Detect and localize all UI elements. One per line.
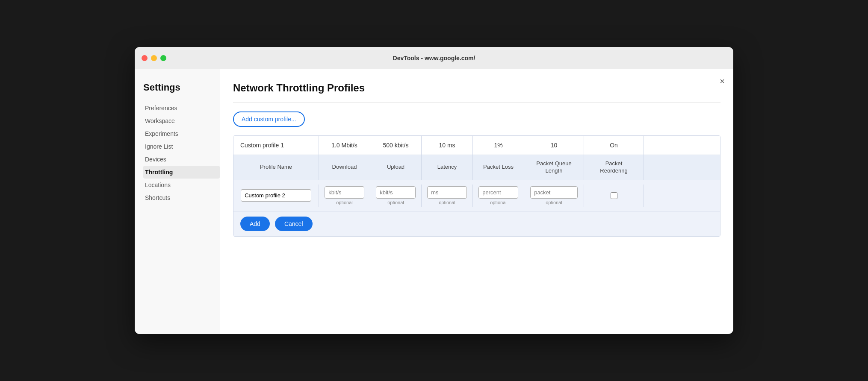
content-area: Settings Preferences Workspace Experimen… <box>135 69 733 334</box>
page-title: Network Throttling Profiles <box>233 82 720 94</box>
sidebar-item-ignore-list[interactable]: Ignore List <box>143 140 220 153</box>
new-profile-download-cell: optional <box>319 185 370 207</box>
sidebar-item-devices[interactable]: Devices <box>143 153 220 166</box>
sidebar-item-experiments[interactable]: Experiments <box>143 127 220 140</box>
new-profile-extra-cell <box>644 185 665 207</box>
header-actions <box>644 155 665 180</box>
main-content: × Network Throttling Profiles Add custom… <box>220 69 733 334</box>
maximize-traffic-light[interactable] <box>160 55 166 61</box>
sidebar-title: Settings <box>143 82 220 93</box>
titlebar: DevTools - www.google.com/ <box>135 47 733 69</box>
add-custom-profile-button[interactable]: Add custom profile... <box>233 111 305 127</box>
new-profile-packet-queue-input[interactable] <box>530 186 578 199</box>
new-profile-name-input[interactable] <box>241 189 311 202</box>
existing-profile-packet-queue: 10 <box>524 136 584 155</box>
table-header-row: Profile Name Download Upload Latency Pac… <box>233 155 720 180</box>
new-profile-upload-input[interactable] <box>376 186 416 199</box>
close-button[interactable]: × <box>720 77 725 85</box>
header-packet-queue: Packet Queue Length <box>524 155 584 180</box>
devtools-window: DevTools - www.google.com/ Settings Pref… <box>135 47 733 334</box>
header-profile-name: Profile Name <box>233 155 319 180</box>
actions-row: Add Cancel <box>233 211 720 236</box>
profiles-table: Custom profile 1 1.0 Mbit/s 500 kbit/s 1… <box>233 135 720 237</box>
new-profile-packet-queue-cell: optional <box>524 185 584 207</box>
existing-profile-name: Custom profile 1 <box>233 136 319 155</box>
header-packet-loss: Packet Loss <box>473 155 524 180</box>
new-profile-download-input[interactable] <box>325 186 364 199</box>
sidebar-item-workspace[interactable]: Workspace <box>143 114 220 127</box>
close-traffic-light[interactable] <box>142 55 148 61</box>
existing-profile-packet-reordering: On <box>584 136 644 155</box>
new-profile-packet-loss-cell: optional <box>473 185 524 207</box>
new-profile-latency-cell: optional <box>422 185 473 207</box>
new-profile-reordering-cell <box>584 185 644 207</box>
add-button[interactable]: Add <box>240 217 270 231</box>
cancel-button[interactable]: Cancel <box>275 217 313 231</box>
new-profile-packet-loss-input[interactable] <box>478 186 518 199</box>
new-profile-latency-input[interactable] <box>427 186 467 199</box>
existing-profile-download: 1.0 Mbit/s <box>319 136 370 155</box>
existing-profile-actions <box>644 136 665 155</box>
new-profile-upload-cell: optional <box>370 185 422 207</box>
header-latency: Latency <box>422 155 473 180</box>
traffic-lights <box>142 55 166 61</box>
packet-reordering-checkbox[interactable] <box>611 192 617 199</box>
upload-hint: optional <box>387 200 404 205</box>
existing-profile-upload: 500 kbit/s <box>370 136 422 155</box>
new-profile-name-cell <box>233 185 319 207</box>
header-upload: Upload <box>370 155 422 180</box>
existing-profile-row: Custom profile 1 1.0 Mbit/s 500 kbit/s 1… <box>233 136 720 155</box>
header-packet-reordering: Packet Reordering <box>584 155 644 180</box>
titlebar-title: DevTools - www.google.com/ <box>393 55 475 62</box>
existing-profile-packet-loss: 1% <box>473 136 524 155</box>
existing-profile-latency: 10 ms <box>422 136 473 155</box>
header-download: Download <box>319 155 370 180</box>
divider <box>233 103 720 103</box>
packet-queue-hint: optional <box>546 200 562 205</box>
sidebar-item-shortcuts[interactable]: Shortcuts <box>143 191 220 204</box>
sidebar-item-preferences[interactable]: Preferences <box>143 102 220 114</box>
packet-loss-hint: optional <box>490 200 507 205</box>
sidebar: Settings Preferences Workspace Experimen… <box>135 69 220 334</box>
minimize-traffic-light[interactable] <box>151 55 157 61</box>
latency-hint: optional <box>439 200 455 205</box>
new-profile-row: optional optional optional optional <box>233 180 720 211</box>
sidebar-item-locations[interactable]: Locations <box>143 179 220 191</box>
sidebar-item-throttling[interactable]: Throttling <box>143 166 220 179</box>
download-hint: optional <box>336 200 353 205</box>
